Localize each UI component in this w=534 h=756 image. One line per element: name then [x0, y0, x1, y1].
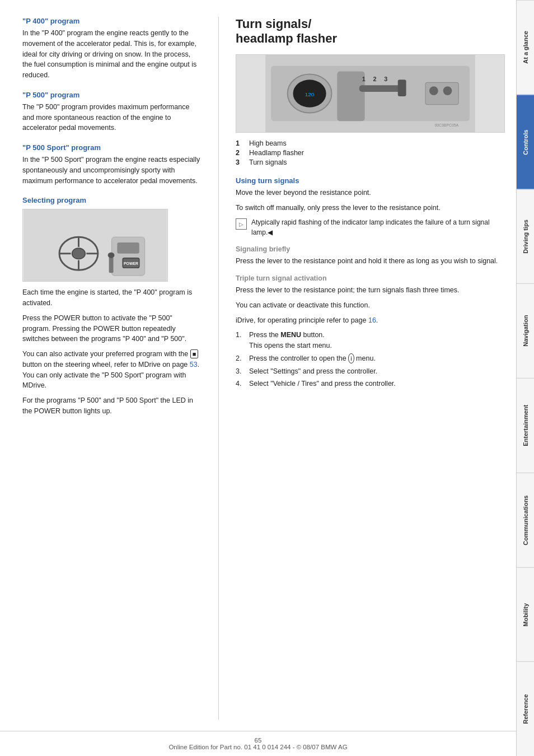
steering-wheel-text: You can also activate your preferred pro… — [22, 349, 202, 391]
sidebar-tab-navigation[interactable]: Navigation — [517, 283, 534, 378]
page-number: 65 — [255, 737, 262, 744]
svg-rect-17 — [398, 80, 406, 96]
step-1-sub: This opens the start menu. — [249, 342, 332, 349]
led-text: For the programs "P 500" and "P 500 Spor… — [22, 395, 202, 417]
headlamp-image: 120 1 2 3 00C3BPC05A — [236, 54, 505, 133]
footer: 65 Online Edition for Part no. 01 41 0 0… — [0, 731, 516, 756]
signaling-briefly-heading: Signaling briefly — [236, 245, 505, 253]
p500-body: The "P 500" program provides maximum per… — [22, 102, 202, 133]
note-box: Atypically rapid flashing of the indicat… — [236, 217, 505, 237]
svg-point-22 — [429, 86, 438, 95]
note-icon — [236, 218, 247, 230]
svg-text:1: 1 — [362, 76, 366, 82]
steps-list: 1. Press the MENU button. This opens the… — [236, 330, 505, 389]
sidebar: At a glance Controls Driving tips Naviga… — [516, 0, 534, 756]
idrive-page-link[interactable]: 16 — [368, 316, 376, 324]
svg-text:120: 120 — [305, 91, 315, 97]
selecting-program-heading: Selecting program — [22, 196, 202, 204]
p400-heading: "P 400" program — [22, 17, 202, 25]
sidebar-tab-controls[interactable]: Controls — [517, 95, 534, 189]
using-turn-signals-heading: Using turn signals — [236, 176, 505, 185]
main-title: Turn signals/headlamp flasher — [236, 17, 505, 46]
car-interior-image: POWER — [22, 209, 168, 282]
step-2: 2. Press the controller to open the i me… — [236, 353, 505, 364]
svg-rect-16 — [359, 85, 404, 92]
sidebar-tab-mobility[interactable]: Mobility — [517, 567, 534, 662]
triple-signal-body1: Press the lever to the resistance point;… — [236, 285, 505, 296]
p400-body: In the "P 400" program the engine reacts… — [22, 28, 202, 81]
idrive-menu-icon: i — [348, 353, 354, 363]
sidebar-tab-communications[interactable]: Communications — [517, 473, 534, 567]
svg-rect-8 — [117, 242, 139, 254]
lever-beyond-text: Move the lever beyond the resistance poi… — [236, 188, 505, 198]
svg-point-12 — [108, 253, 115, 258]
svg-text:3: 3 — [384, 76, 387, 82]
right-column: Turn signals/headlamp flasher 120 — [236, 17, 505, 720]
svg-text:2: 2 — [373, 76, 376, 82]
triple-signal-body2: You can activate or deactivate this func… — [236, 300, 505, 311]
p500-heading: "P 500" program — [22, 91, 202, 99]
triple-signal-heading: Triple turn signal activation — [236, 274, 505, 282]
signaling-briefly-body: Press the lever to the resistance point … — [236, 256, 505, 267]
numbered-item-1: 1 High beams — [236, 139, 505, 147]
numbered-item-2: 2 Headlamp flasher — [236, 149, 505, 157]
note-text: Atypically rapid flashing of the indicat… — [251, 217, 505, 237]
numbered-item-3: 3 Turn signals — [236, 158, 505, 166]
svg-text:00C3BPC05A: 00C3BPC05A — [434, 123, 458, 127]
svg-point-2 — [72, 248, 86, 259]
sidebar-tab-driving-tips[interactable]: Driving tips — [517, 189, 534, 284]
svg-text:POWER: POWER — [124, 262, 138, 266]
step-3: 3. Select "Settings" and press the contr… — [236, 366, 505, 377]
main-content: "P 400" program In the "P 400" program t… — [0, 0, 516, 756]
sidebar-tab-at-a-glance[interactable]: At a glance — [517, 0, 534, 95]
sidebar-tab-reference[interactable]: Reference — [517, 661, 534, 756]
engine-start-text: Each time the engine is started, the "P … — [22, 287, 202, 309]
svg-point-23 — [443, 86, 452, 95]
step-1: 1. Press the MENU button. This opens the… — [236, 330, 505, 351]
step-4: 4. Select "Vehicle / Tires" and press th… — [236, 379, 505, 389]
sidebar-tab-entertainment[interactable]: Entertainment — [517, 378, 534, 473]
p500sport-body: In the "P 500 Sport" program the engine … — [22, 155, 202, 186]
switch-off-text: To switch off manually, only press the l… — [236, 203, 505, 213]
left-column: "P 400" program In the "P 400" program t… — [22, 17, 202, 720]
numbered-items-list: 1 High beams 2 Headlamp flasher 3 Turn s… — [236, 139, 505, 166]
column-divider — [218, 17, 219, 720]
idrive-ref-text: iDrive, for operating principle refer to… — [236, 315, 505, 326]
p500sport-heading: "P 500 Sport" program — [22, 143, 202, 152]
menu-label: MENU — [280, 331, 301, 339]
footer-text: Online Edition for Part no. 01 41 0 014 … — [168, 744, 347, 750]
power-button-text: Press the POWER button to activate the "… — [22, 313, 202, 344]
svg-rect-11 — [109, 256, 114, 273]
svg-rect-15 — [337, 71, 364, 121]
